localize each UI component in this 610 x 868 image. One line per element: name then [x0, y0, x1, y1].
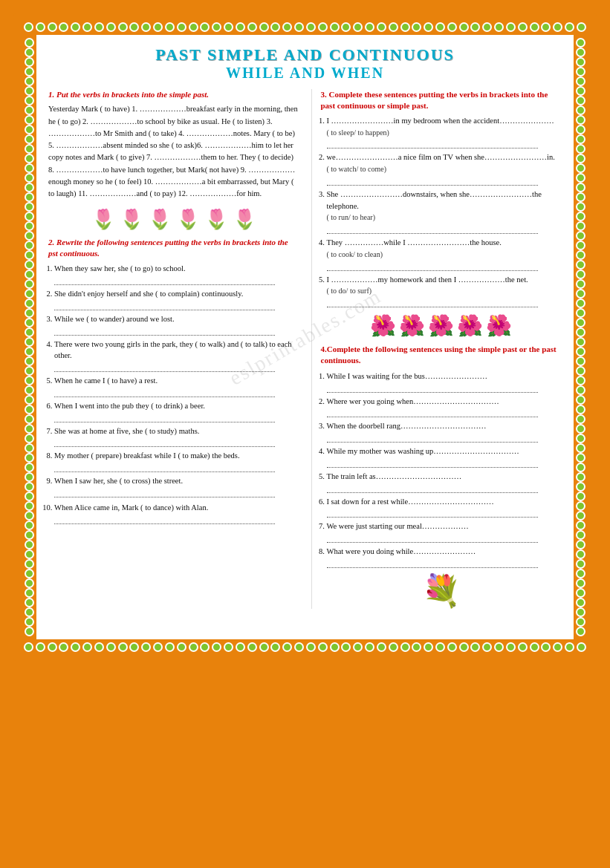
flower5: 🌷: [204, 208, 228, 231]
list-item: While my mother was washing up……………………………: [327, 446, 562, 468]
list-item: When the doorbell rang……………………………: [327, 420, 562, 443]
section1: 1. Put the verbs in brackets into the si…: [48, 89, 299, 200]
section3: 3. Complete these sentences putting the …: [321, 89, 562, 307]
flower3: 🌷: [148, 208, 172, 231]
list-item: When they saw her, she ( to go) to schoo…: [54, 263, 299, 285]
list-item: When he came I ( to have) a rest.: [54, 375, 299, 397]
list-item: My mother ( prepare) breakfast while I (…: [54, 450, 299, 472]
section2-title: 2. Rewrite the following sentences putti…: [48, 237, 299, 260]
left-column: 1. Put the verbs in brackets into the si…: [48, 89, 299, 609]
list-item: She didn't enjoy herself and she ( to co…: [54, 288, 299, 310]
section3-list: I ……………………in my bedroom when the acciden…: [327, 115, 562, 307]
bottom-dot-border: [22, 642, 588, 652]
list-item: I ……………………in my bedroom when the acciden…: [327, 115, 562, 149]
list-item: I ………………my homework and then I ………………the…: [327, 274, 562, 308]
title-line2: WHILE AND WHEN: [48, 65, 562, 82]
list-item: While we ( to wander) around we lost.: [54, 313, 299, 336]
list-item: The train left as……………………………: [327, 471, 562, 493]
section2-list: When they saw her, she ( to go) to schoo…: [54, 263, 299, 523]
flower1: 🌷: [91, 208, 115, 231]
list-item: Where wer you going when……………………………: [327, 396, 562, 418]
list-item: What were you doing while……………………: [327, 546, 562, 568]
list-item: we……………………a nice film on TV when she……………: [327, 151, 562, 186]
section3-title: 3. Complete these sentences putting the …: [321, 89, 562, 112]
right-column: 3. Complete these sentences putting the …: [311, 89, 562, 609]
list-item: We were just starting our meal………………: [327, 521, 562, 543]
section4-title: 4.Complete the following sentences using…: [321, 344, 562, 367]
red-flower1: 🌺: [370, 313, 396, 338]
list-item: They ……………while I ……………………the house. ( t…: [327, 237, 562, 271]
top-dot-border: [22, 22, 588, 32]
section2: 2. Rewrite the following sentences putti…: [48, 237, 299, 524]
section4-list: While I was waiting for the bus…………………… …: [327, 371, 562, 568]
title-line1: PAST SIMPLE AND CONTINUOUS: [48, 45, 562, 65]
title-area: PAST SIMPLE AND CONTINUOUS WHILE AND WHE…: [48, 45, 562, 82]
list-item: While I was waiting for the bus……………………: [327, 371, 562, 393]
red-flower2: 🌺: [399, 313, 425, 338]
section1-title: 1. Put the verbs in brackets into the si…: [48, 89, 299, 100]
daisy-icon: 💐: [422, 572, 461, 609]
list-item: There were two young girls in the park, …: [54, 339, 299, 373]
section4: 4.Complete the following sentences using…: [321, 344, 562, 568]
list-item: I sat down for a rest while……………………………: [327, 496, 562, 518]
red-flower3: 🌺: [428, 313, 454, 338]
flower4: 🌷: [176, 208, 200, 231]
list-item: She was at home at five, she ( to study)…: [54, 425, 299, 448]
list-item: When I went into the pub they ( to drink…: [54, 400, 299, 422]
red-flower-row: 🌺 🌺 🌺 🌺 🌺: [321, 313, 562, 338]
list-item: She ……………………downstairs, when she………………………: [327, 189, 562, 234]
flower2: 🌷: [120, 208, 143, 231]
left-flower-row: 🌷 🌷 🌷 🌷 🌷 🌷: [48, 208, 299, 231]
list-item: When Alice came in, Mark ( to dance) wit…: [54, 502, 299, 524]
red-flower4: 🌺: [457, 313, 483, 338]
section1-text: Yesterday Mark ( to have) 1. ………………break…: [48, 103, 299, 200]
daisy-area: 💐: [321, 572, 562, 609]
list-item: When I saw her, she ( to cross) the stre…: [54, 475, 299, 497]
red-flower5: 🌺: [486, 313, 512, 338]
flower6: 🌷: [233, 208, 256, 231]
